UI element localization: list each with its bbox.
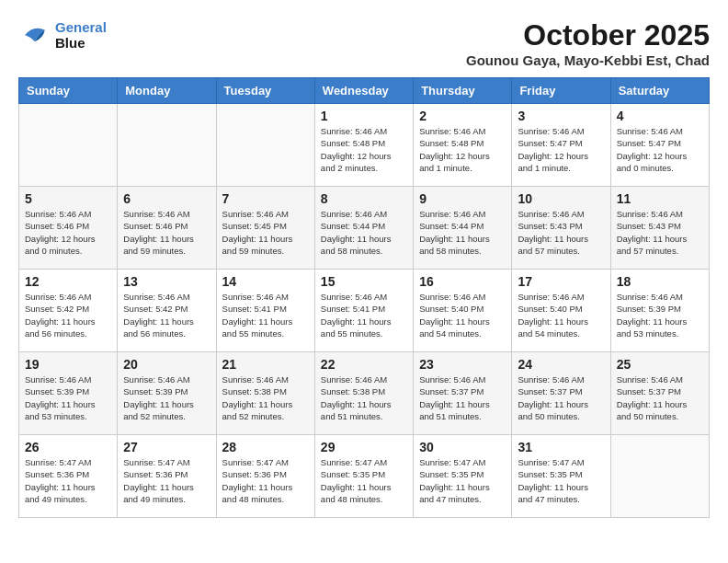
day-number: 7 [222, 191, 309, 206]
day-info: Sunrise: 5:46 AM Sunset: 5:48 PM Dayligh… [321, 125, 407, 174]
calendar-body: 1Sunrise: 5:46 AM Sunset: 5:48 PM Daylig… [19, 104, 710, 518]
title-block: October 2025 Gounou Gaya, Mayo-Kebbi Est… [466, 18, 710, 68]
day-info: Sunrise: 5:46 AM Sunset: 5:37 PM Dayligh… [419, 373, 506, 422]
day-cell: 8Sunrise: 5:46 AM Sunset: 5:44 PM Daylig… [314, 187, 413, 270]
day-cell: 11Sunrise: 5:46 AM Sunset: 5:43 PM Dayli… [610, 187, 709, 270]
day-number: 10 [518, 191, 604, 206]
header-cell-friday: Friday [512, 78, 610, 104]
day-info: Sunrise: 5:46 AM Sunset: 5:37 PM Dayligh… [518, 373, 604, 422]
day-cell [610, 435, 709, 518]
day-cell: 14Sunrise: 5:46 AM Sunset: 5:41 PM Dayli… [216, 270, 314, 352]
day-cell: 21Sunrise: 5:46 AM Sunset: 5:38 PM Dayli… [216, 352, 314, 435]
day-number: 3 [518, 109, 604, 123]
day-cell: 16Sunrise: 5:46 AM Sunset: 5:40 PM Dayli… [414, 270, 512, 352]
day-info: Sunrise: 5:46 AM Sunset: 5:47 PM Dayligh… [617, 125, 703, 174]
day-info: Sunrise: 5:46 AM Sunset: 5:42 PM Dayligh… [123, 291, 210, 339]
day-info: Sunrise: 5:46 AM Sunset: 5:39 PM Dayligh… [123, 373, 210, 422]
day-cell: 31Sunrise: 5:47 AM Sunset: 5:35 PM Dayli… [512, 435, 610, 518]
day-cell: 29Sunrise: 5:47 AM Sunset: 5:35 PM Dayli… [314, 435, 413, 518]
day-info: Sunrise: 5:46 AM Sunset: 5:39 PM Dayligh… [25, 373, 111, 422]
day-info: Sunrise: 5:46 AM Sunset: 5:42 PM Dayligh… [25, 291, 111, 339]
day-cell [216, 104, 314, 187]
week-row-4: 19Sunrise: 5:46 AM Sunset: 5:39 PM Dayli… [19, 352, 710, 435]
logo-text: General Blue [55, 19, 107, 51]
logo: General Blue [18, 18, 107, 52]
day-info: Sunrise: 5:47 AM Sunset: 5:36 PM Dayligh… [25, 456, 111, 505]
day-info: Sunrise: 5:46 AM Sunset: 5:40 PM Dayligh… [518, 291, 604, 339]
day-number: 9 [419, 191, 506, 206]
day-cell: 22Sunrise: 5:46 AM Sunset: 5:38 PM Dayli… [314, 352, 413, 435]
day-cell: 10Sunrise: 5:46 AM Sunset: 5:43 PM Dayli… [512, 187, 610, 270]
day-info: Sunrise: 5:47 AM Sunset: 5:36 PM Dayligh… [123, 456, 210, 505]
week-row-3: 12Sunrise: 5:46 AM Sunset: 5:42 PM Dayli… [19, 270, 710, 352]
day-cell: 4Sunrise: 5:46 AM Sunset: 5:47 PM Daylig… [610, 104, 709, 187]
day-cell: 15Sunrise: 5:46 AM Sunset: 5:41 PM Dayli… [314, 270, 413, 352]
day-cell: 1Sunrise: 5:46 AM Sunset: 5:48 PM Daylig… [314, 104, 413, 187]
day-info: Sunrise: 5:46 AM Sunset: 5:41 PM Dayligh… [321, 291, 407, 339]
day-number: 24 [518, 357, 604, 372]
day-number: 31 [518, 440, 604, 454]
day-number: 15 [321, 274, 407, 289]
day-number: 1 [321, 109, 407, 123]
day-info: Sunrise: 5:46 AM Sunset: 5:46 PM Dayligh… [123, 208, 210, 257]
location: Gounou Gaya, Mayo-Kebbi Est, Chad [466, 52, 710, 68]
day-number: 14 [222, 274, 309, 289]
day-cell: 2Sunrise: 5:46 AM Sunset: 5:48 PM Daylig… [414, 104, 512, 187]
day-info: Sunrise: 5:46 AM Sunset: 5:43 PM Dayligh… [617, 208, 703, 257]
day-number: 8 [321, 191, 407, 206]
week-row-1: 1Sunrise: 5:46 AM Sunset: 5:48 PM Daylig… [19, 104, 710, 187]
day-cell: 6Sunrise: 5:46 AM Sunset: 5:46 PM Daylig… [118, 187, 216, 270]
header-cell-sunday: Sunday [19, 78, 118, 104]
day-number: 23 [419, 357, 506, 372]
day-info: Sunrise: 5:47 AM Sunset: 5:36 PM Dayligh… [222, 456, 309, 505]
day-cell: 13Sunrise: 5:46 AM Sunset: 5:42 PM Dayli… [118, 270, 216, 352]
day-number: 12 [25, 274, 111, 289]
header-cell-tuesday: Tuesday [216, 78, 314, 104]
day-number: 6 [123, 191, 210, 206]
day-info: Sunrise: 5:46 AM Sunset: 5:44 PM Dayligh… [419, 208, 506, 257]
day-cell: 24Sunrise: 5:46 AM Sunset: 5:37 PM Dayli… [512, 352, 610, 435]
month-title: October 2025 [466, 18, 710, 52]
day-cell: 5Sunrise: 5:46 AM Sunset: 5:46 PM Daylig… [19, 187, 118, 270]
day-cell: 25Sunrise: 5:46 AM Sunset: 5:37 PM Dayli… [610, 352, 709, 435]
day-cell: 19Sunrise: 5:46 AM Sunset: 5:39 PM Dayli… [19, 352, 118, 435]
header-cell-thursday: Thursday [414, 78, 512, 104]
day-cell: 27Sunrise: 5:47 AM Sunset: 5:36 PM Dayli… [118, 435, 216, 518]
day-number: 20 [123, 357, 210, 372]
day-info: Sunrise: 5:46 AM Sunset: 5:46 PM Dayligh… [25, 208, 111, 257]
day-cell: 26Sunrise: 5:47 AM Sunset: 5:36 PM Dayli… [19, 435, 118, 518]
day-number: 5 [25, 191, 111, 206]
day-cell [118, 104, 216, 187]
day-number: 16 [419, 274, 506, 289]
day-info: Sunrise: 5:46 AM Sunset: 5:39 PM Dayligh… [617, 291, 703, 339]
day-number: 13 [123, 274, 210, 289]
day-info: Sunrise: 5:46 AM Sunset: 5:47 PM Dayligh… [518, 125, 604, 174]
day-number: 27 [123, 440, 210, 454]
day-number: 2 [419, 109, 506, 123]
day-cell: 3Sunrise: 5:46 AM Sunset: 5:47 PM Daylig… [512, 104, 610, 187]
day-info: Sunrise: 5:46 AM Sunset: 5:37 PM Dayligh… [617, 373, 703, 422]
header-cell-saturday: Saturday [610, 78, 709, 104]
day-info: Sunrise: 5:46 AM Sunset: 5:48 PM Dayligh… [419, 125, 506, 174]
day-number: 28 [222, 440, 309, 454]
day-number: 4 [617, 109, 703, 123]
day-info: Sunrise: 5:47 AM Sunset: 5:35 PM Dayligh… [419, 456, 506, 505]
day-cell: 12Sunrise: 5:46 AM Sunset: 5:42 PM Dayli… [19, 270, 118, 352]
day-number: 26 [25, 440, 111, 454]
calendar-table: SundayMondayTuesdayWednesdayThursdayFrid… [18, 77, 710, 518]
week-row-5: 26Sunrise: 5:47 AM Sunset: 5:36 PM Dayli… [19, 435, 710, 518]
day-info: Sunrise: 5:46 AM Sunset: 5:38 PM Dayligh… [321, 373, 407, 422]
day-number: 19 [25, 357, 111, 372]
day-number: 18 [617, 274, 703, 289]
day-cell: 23Sunrise: 5:46 AM Sunset: 5:37 PM Dayli… [414, 352, 512, 435]
day-number: 22 [321, 357, 407, 372]
day-cell: 30Sunrise: 5:47 AM Sunset: 5:35 PM Dayli… [414, 435, 512, 518]
day-number: 29 [321, 440, 407, 454]
day-info: Sunrise: 5:47 AM Sunset: 5:35 PM Dayligh… [518, 456, 604, 505]
page-header: General Blue October 2025 Gounou Gaya, M… [18, 18, 710, 68]
day-info: Sunrise: 5:47 AM Sunset: 5:35 PM Dayligh… [321, 456, 407, 505]
day-number: 30 [419, 440, 506, 454]
day-info: Sunrise: 5:46 AM Sunset: 5:45 PM Dayligh… [222, 208, 309, 257]
day-cell: 7Sunrise: 5:46 AM Sunset: 5:45 PM Daylig… [216, 187, 314, 270]
header-row: SundayMondayTuesdayWednesdayThursdayFrid… [19, 78, 710, 104]
